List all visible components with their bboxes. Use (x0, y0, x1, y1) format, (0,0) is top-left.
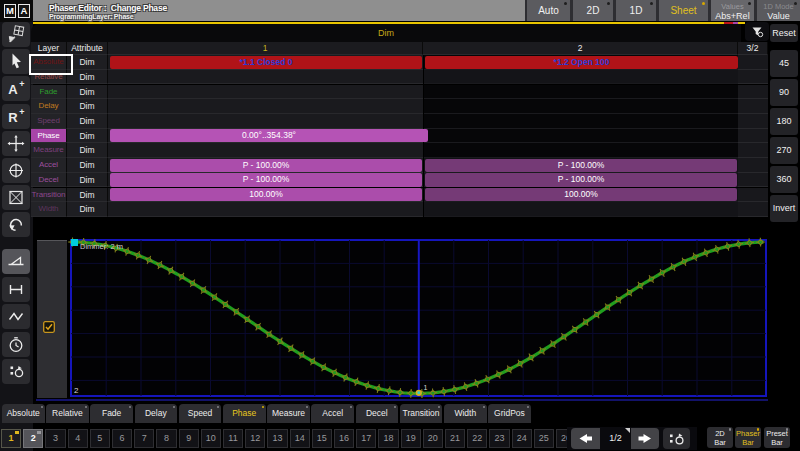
svg-text:1: 1 (424, 384, 428, 391)
svg-text:2: 2 (74, 386, 79, 395)
svg-text:Dimmer: 2 m: Dimmer: 2 m (80, 242, 123, 251)
